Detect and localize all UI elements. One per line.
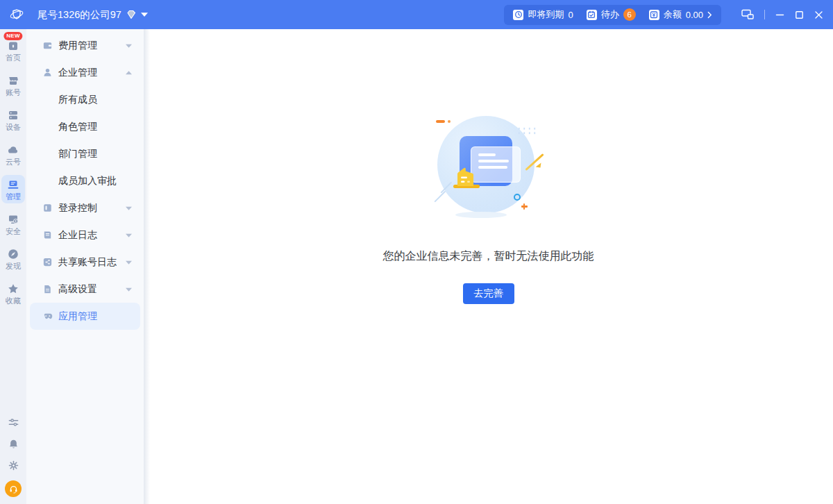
empty-message: 您的企业信息未完善，暂时无法使用此功能 xyxy=(383,249,594,264)
book-icon xyxy=(42,230,53,240)
wallet-icon xyxy=(649,10,659,20)
app-body: NEW首页账号设备云号管理安全发现收藏 费用管理企业管理所有成员角色管理部门管理… xyxy=(0,29,833,504)
todo-stat[interactable]: 待办6 xyxy=(587,8,636,21)
sidebar-item-enterprise[interactable]: 企业管理 xyxy=(30,59,140,86)
chevron-down-icon xyxy=(126,233,132,237)
rail-item-label: 收藏 xyxy=(6,296,21,305)
rail-item-label: 管理 xyxy=(6,192,21,201)
rail-item-manage[interactable]: 管理 xyxy=(1,175,25,203)
maximize-button[interactable] xyxy=(795,10,804,19)
panel-icon xyxy=(42,203,53,213)
bell-icon[interactable] xyxy=(7,437,19,450)
building-icon xyxy=(453,164,480,190)
share-icon xyxy=(42,257,53,267)
sidebar-item-label: 企业管理 xyxy=(58,67,97,79)
chevron-down-icon xyxy=(126,206,132,210)
sidebar-item-shared-account-log[interactable]: 共享账号日志 xyxy=(30,249,140,276)
clock-icon xyxy=(513,10,523,20)
sidebar-item-label: 高级设置 xyxy=(58,283,97,296)
sidebar-subitem-2[interactable]: 部门管理 xyxy=(30,140,140,167)
rail-item-label: 设备 xyxy=(6,123,21,131)
home-icon xyxy=(7,40,19,52)
company-switcher[interactable]: 尾号1326的公司97 xyxy=(37,8,148,22)
sidebar-item-expense[interactable]: 费用管理 xyxy=(30,32,140,59)
file-icon xyxy=(42,284,53,294)
new-badge: NEW xyxy=(3,32,22,40)
deco-orange-dot xyxy=(448,120,451,123)
sidebar-item-login-control[interactable]: 登录控制 xyxy=(30,194,140,221)
rail-item-account[interactable]: 账号 xyxy=(1,71,25,99)
chevron-down-icon xyxy=(126,287,132,292)
deco-yellow-triangle xyxy=(535,162,541,168)
stat-label: 余额 xyxy=(664,8,682,21)
empty-illustration xyxy=(412,101,565,226)
rail-item-discover[interactable]: 发现 xyxy=(1,244,25,273)
rail-item-device[interactable]: 设备 xyxy=(1,106,25,134)
close-button[interactable] xyxy=(814,10,823,19)
shop-icon xyxy=(7,74,19,87)
wallet2-icon xyxy=(42,40,53,51)
cloud-icon xyxy=(7,144,19,156)
caret-down-icon xyxy=(141,12,148,17)
rail-item-label: 云号 xyxy=(6,158,21,166)
compass-icon xyxy=(7,248,19,260)
deco-orange-dash xyxy=(436,120,445,123)
sidebar-item-enterprise-log[interactable]: 企业日志 xyxy=(30,221,140,249)
window-title: 尾号1326的公司97 xyxy=(37,8,121,22)
stat-value: 0.00 xyxy=(686,10,703,20)
chevron-up-icon xyxy=(126,71,132,75)
device-icon xyxy=(7,109,19,121)
mini-mode-button[interactable] xyxy=(741,9,754,20)
app-logo-icon xyxy=(8,6,25,23)
sidebar-subitem-3[interactable]: 成员加入审批 xyxy=(30,167,140,194)
star-icon xyxy=(7,283,19,295)
sidebar-subitem-1[interactable]: 角色管理 xyxy=(30,113,140,140)
app-window: 尾号1326的公司97 即将到期0待办6余额0.00 xyxy=(0,0,833,504)
sidebar-item-advanced-settings[interactable]: 高级设置 xyxy=(30,276,140,303)
rail-item-label: 安全 xyxy=(6,227,21,235)
chevron-down-icon xyxy=(126,44,132,48)
chevron-right-icon xyxy=(707,11,712,19)
stat-count-badge: 6 xyxy=(623,8,636,21)
complete-info-button[interactable]: 去完善 xyxy=(463,283,514,304)
rail-item-label: 账号 xyxy=(6,88,21,96)
rail-item-home[interactable]: NEW首页 xyxy=(1,36,25,65)
primary-rail: NEW首页账号设备云号管理安全发现收藏 xyxy=(0,29,26,504)
sidebar-subitem-0[interactable]: 所有成员 xyxy=(30,86,140,113)
stat-label: 即将到期 xyxy=(528,8,564,21)
balance-stat[interactable]: 余额0.00 xyxy=(649,8,712,21)
rail-item-cloud[interactable]: 云号 xyxy=(1,140,25,169)
deco-blue-ring xyxy=(514,194,521,201)
sidebar-item-label: 共享账号日志 xyxy=(58,256,117,269)
stats-pill: 即将到期0待办6余额0.00 xyxy=(504,5,721,25)
sidebar-item-label: 企业日志 xyxy=(58,229,97,242)
titlebar-right: 即将到期0待办6余额0.00 xyxy=(504,5,823,25)
sidebar-item-label: 费用管理 xyxy=(58,40,97,52)
titlebar: 尾号1326的公司97 即将到期0待办6余额0.00 xyxy=(0,0,833,29)
stat-label: 待办 xyxy=(601,8,619,21)
minimize-button[interactable] xyxy=(775,10,784,19)
calendar-icon xyxy=(587,10,597,20)
sidebar-item-label: 登录控制 xyxy=(58,202,97,215)
sliders-icon[interactable] xyxy=(7,416,19,428)
rail-item-label: 发现 xyxy=(6,262,21,270)
vip-badge-icon xyxy=(126,10,137,19)
rail-item-security[interactable]: 安全 xyxy=(1,210,25,238)
deco-dot-grid xyxy=(516,126,537,135)
expiring-stat[interactable]: 即将到期0 xyxy=(513,8,573,21)
laptop-icon xyxy=(7,178,19,191)
stat-value: 0 xyxy=(568,10,573,20)
rail-item-favorites[interactable]: 收藏 xyxy=(1,279,25,308)
sidebar-item-label: 应用管理 xyxy=(58,310,97,323)
chevron-down-icon xyxy=(126,260,132,264)
headset-icon[interactable] xyxy=(5,480,22,497)
main-content: 您的企业信息未完善，暂时无法使用此功能 去完善 xyxy=(144,29,833,504)
deco-orange-plus xyxy=(521,203,528,210)
titlebar-divider xyxy=(764,10,765,19)
sidebar: 费用管理企业管理所有成员角色管理部门管理成员加入审批登录控制企业日志共享账号日志… xyxy=(26,29,144,504)
sidebar-item-app-management[interactable]: 应用管理 xyxy=(30,303,140,330)
monitor-icon xyxy=(7,213,19,226)
gear-icon[interactable] xyxy=(7,459,19,471)
empty-state: 您的企业信息未完善，暂时无法使用此功能 去完善 xyxy=(383,101,594,304)
gamepad-icon xyxy=(42,311,53,321)
